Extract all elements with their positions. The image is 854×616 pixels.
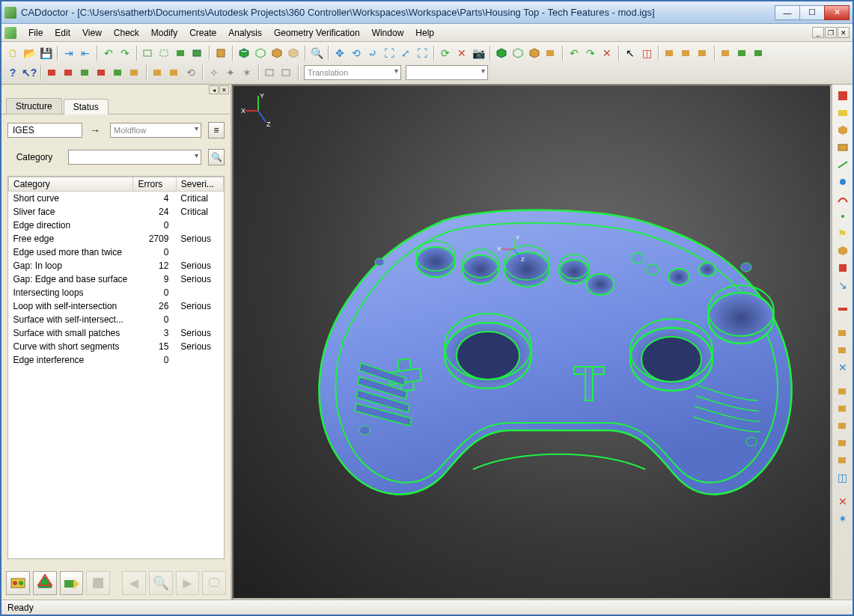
pointer-icon[interactable]: ↖ (622, 45, 638, 61)
table-row[interactable]: Sliver face24Critical (9, 205, 224, 219)
menu-window[interactable]: Window (366, 26, 410, 40)
mdi-minimize-button[interactable]: _ (812, 27, 824, 38)
rt-sel4-icon[interactable] (835, 435, 851, 451)
tool-f-icon[interactable] (126, 64, 143, 81)
3d-viewport[interactable]: Y X Z (232, 85, 832, 600)
zoom-window-icon[interactable]: ⛶ (381, 45, 397, 61)
table-row[interactable]: Short curve4Critical (9, 192, 224, 206)
import-icon[interactable]: ⇥ (61, 45, 77, 61)
rt-sel3-icon[interactable] (835, 418, 851, 434)
col-severity[interactable]: Severi... (176, 177, 223, 192)
zoom-extent-icon[interactable]: ⤢ (397, 45, 414, 61)
tool-g-icon[interactable] (150, 64, 166, 81)
close-button[interactable] (824, 5, 850, 20)
rt-face-icon[interactable] (835, 139, 851, 156)
rt-tool1-icon[interactable]: ↘ (835, 277, 851, 293)
col-category[interactable]: Category (9, 177, 133, 192)
reset-view-icon[interactable]: ⟳ (437, 45, 454, 61)
iso-box-icon[interactable] (236, 45, 252, 61)
view4-icon[interactable] (543, 45, 559, 61)
transparent-box-icon[interactable] (285, 45, 302, 61)
rt-filter1-icon[interactable] (835, 325, 851, 341)
table-row[interactable]: Surface with self-intersect...0 (9, 313, 224, 326)
select-item2-icon[interactable] (678, 45, 695, 61)
filter2-icon[interactable] (734, 45, 751, 61)
table-row[interactable]: Edge used more than twice0 (9, 246, 224, 259)
rt-sel6-icon[interactable]: ◫ (835, 469, 851, 486)
rt-body-icon[interactable] (835, 122, 851, 138)
menu-analysis[interactable]: Analysis (222, 26, 268, 40)
tool-b-icon[interactable] (61, 64, 77, 81)
menu-geometry-verification[interactable]: Geometry Verification (268, 26, 366, 40)
context-help-icon[interactable]: ↖? (21, 64, 37, 81)
heal-next-icon[interactable] (60, 571, 84, 595)
rt-point-icon[interactable] (835, 208, 851, 225)
help-icon[interactable]: ? (4, 64, 21, 81)
rt-curve-icon[interactable] (835, 191, 851, 207)
menu-check[interactable]: Check (108, 26, 145, 40)
table-row[interactable]: Edge direction0 (9, 219, 224, 232)
export-icon[interactable]: ⇤ (77, 45, 94, 61)
panel-close-icon[interactable]: ✕ (219, 85, 229, 94)
heal-step-icon[interactable] (33, 571, 57, 595)
tool-e-icon[interactable] (110, 64, 126, 81)
table-row[interactable]: Gap: In loop12Serious (9, 259, 224, 272)
rt-solid-icon[interactable] (835, 260, 851, 276)
select-box-icon[interactable]: ◫ (638, 45, 655, 61)
category-select[interactable] (68, 150, 201, 165)
menu-help[interactable]: Help (409, 26, 440, 40)
table-row[interactable]: Intersecting loops0 (9, 286, 224, 299)
grid2-icon[interactable] (278, 64, 295, 81)
format-options-icon[interactable]: ≡ (208, 122, 225, 138)
rt-vertex-icon[interactable] (835, 174, 851, 190)
wireframe-icon[interactable] (140, 45, 156, 61)
table-row[interactable]: Free edge2709Serious (9, 232, 224, 246)
pan-icon[interactable]: ✥ (332, 45, 348, 61)
minimize-button[interactable] (775, 5, 800, 20)
nav-forward-icon[interactable]: ► (176, 571, 200, 595)
heal-stop-icon[interactable] (86, 571, 110, 595)
maximize-button[interactable] (799, 5, 825, 20)
fit-icon[interactable]: ⛶ (414, 45, 430, 61)
spark3-icon[interactable]: ✶ (239, 64, 255, 81)
spark2-icon[interactable]: ✦ (222, 64, 239, 81)
tool-a-icon[interactable] (44, 64, 61, 81)
view2-icon[interactable] (510, 45, 526, 61)
rt-shell-icon[interactable] (835, 243, 851, 259)
table-row[interactable]: Edge interference0 (9, 353, 224, 367)
orbit-icon[interactable]: ⤾ (365, 45, 381, 61)
save-file-icon[interactable]: 💾 (37, 45, 54, 61)
rt-flag-icon[interactable]: ⚑ (835, 225, 851, 242)
undo-icon[interactable]: ↶ (100, 45, 117, 61)
delete-view-icon[interactable]: ✕ (454, 45, 470, 61)
select-item1-icon[interactable] (662, 45, 678, 61)
error-table[interactable]: Category Errors Severi... Short curve4Cr… (7, 176, 225, 559)
rotate-icon[interactable]: ⟲ (348, 45, 365, 61)
rt-filter3-icon[interactable]: ✕ (835, 359, 851, 376)
rt-grid-icon[interactable] (835, 88, 851, 104)
zoom-icon[interactable]: 🔍 (308, 45, 325, 61)
select-item3-icon[interactable] (695, 45, 711, 61)
rt-sel2-icon[interactable] (835, 400, 851, 417)
mode-select[interactable]: Translation (304, 65, 401, 80)
menu-modify[interactable]: Modify (145, 26, 183, 40)
col-errors[interactable]: Errors (133, 177, 176, 192)
tab-status[interactable]: Status (64, 99, 109, 115)
table-row[interactable]: Loop with self-intersection26Serious (9, 299, 224, 313)
sub-select[interactable] (406, 65, 488, 80)
menu-file[interactable]: File (22, 26, 49, 40)
shaded-icon[interactable] (173, 45, 189, 61)
grid1-icon[interactable] (262, 64, 278, 81)
search-icon[interactable]: 🔍 (208, 149, 225, 165)
heal-all-icon[interactable] (6, 571, 30, 595)
hidden-line-icon[interactable] (156, 45, 173, 61)
rt-sel5-icon[interactable] (835, 452, 851, 469)
mdi-restore-button[interactable]: ❐ (825, 27, 837, 38)
table-row[interactable]: Gap: Edge and base surface9Serious (9, 272, 224, 286)
solid-box-icon[interactable] (269, 45, 285, 61)
rt-edge-icon[interactable] (835, 156, 851, 173)
menu-create[interactable]: Create (183, 26, 222, 40)
tool-i-icon[interactable]: ⟲ (183, 64, 199, 81)
shaded-edges-icon[interactable] (189, 45, 206, 61)
panel-pin-icon[interactable]: ◂ (209, 85, 219, 94)
